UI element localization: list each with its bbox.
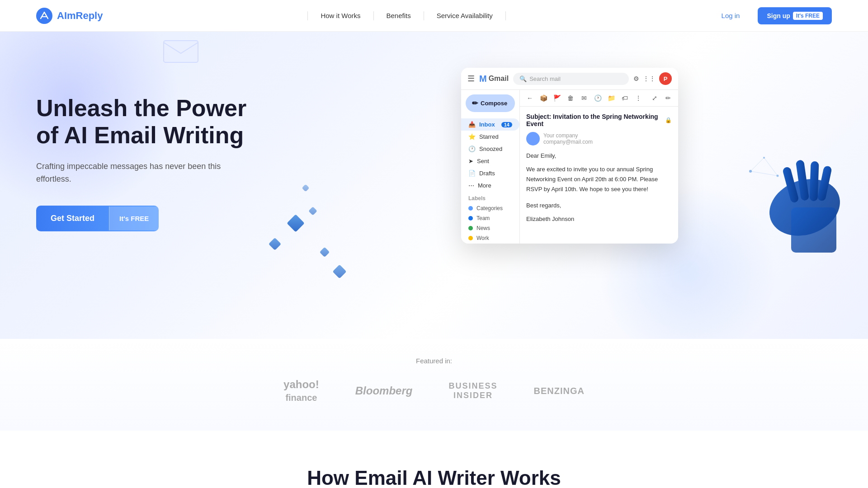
signup-label: Sign up [767,12,790,19]
gmail-grid-icon[interactable]: ⋮⋮ [643,75,656,82]
yahoo-finance-logo: yahoo! finance [283,378,319,404]
label-dot-news [468,226,473,230]
nav-separator-4 [505,11,506,20]
nav-separator-3 [424,11,424,20]
gmail-search-bar[interactable]: 🔍 Search mail [513,73,629,85]
email-signer-name: Elizabeth Johnson [526,214,672,224]
gmail-settings-icon[interactable]: ⚙ [633,75,639,82]
svg-line-12 [764,158,778,176]
gmail-sidebar: ✏ Compose 📥 Inbox 14 ⭐ Starred 🕐 Sno [461,90,520,244]
expand-icon[interactable]: ⤢ [649,93,660,103]
diamond-2 [269,238,281,250]
hero-left: Unleash the Power of AI Email Writing Cr… [36,59,307,231]
sidebar-inbox[interactable]: 📥 Inbox 14 [461,118,519,131]
from-avatar [526,132,540,145]
sidebar-snoozed[interactable]: 🕐 Snoozed [461,143,519,155]
get-started-button[interactable]: Get Started It's FREE [36,206,159,231]
brand-name: AImReply [57,10,103,22]
move-icon[interactable]: 📁 [606,93,617,103]
snoozed-icon: 🕐 [468,145,476,152]
nav-links: How it Works Benefits Service Availabili… [304,8,509,23]
diamond-3 [320,247,330,258]
archive-icon[interactable]: 📦 [538,93,549,103]
sidebar-sent[interactable]: ➤ Sent [461,155,519,167]
more-vert-icon[interactable]: ⋮ [633,93,644,103]
nav-service-availability[interactable]: Service Availability [428,8,502,23]
email-body: Dear Emily, We are excited to invite you… [526,151,672,225]
ai-hand-illustration [660,81,850,253]
report-icon[interactable]: 🚩 [552,93,562,103]
hero-right: ☰ M Gmail 🔍 Search mail ⚙ ⋮⋮ P [307,59,832,244]
svg-point-2 [761,169,848,245]
back-icon[interactable]: ← [524,93,535,103]
labels-title: Labels [461,192,519,203]
email-lock-icon: 🔒 [665,117,672,123]
svg-point-10 [777,175,779,177]
clock-icon[interactable]: 🕐 [592,93,603,103]
nav-actions: Log in Sign up It's FREE [711,7,832,24]
logo[interactable]: AImReply [36,8,103,24]
logo-icon [36,8,52,24]
svg-point-8 [749,170,752,173]
gmail-menu-icon[interactable]: ☰ [467,74,475,84]
svg-line-13 [750,171,778,176]
delete-icon[interactable]: 🗑 [565,93,576,103]
email-body-text: We are excited to invite you to our annu… [526,164,672,194]
cta-main-label: Get Started [36,206,109,231]
login-button[interactable]: Log in [711,8,751,23]
gmail-avatar[interactable]: P [659,72,672,85]
email-greeting: Dear Emily, [526,151,672,161]
inbox-icon: 📥 [468,121,476,128]
featured-section: Featured in: yahoo! finance Bloomberg BU… [0,339,868,431]
email-view: Subject: Invitation to the Spring Networ… [520,107,678,244]
email-sign-off: Best regards, [526,201,672,211]
label-dot-work [468,236,473,240]
inbox-badge: 14 [501,122,512,127]
label-categories[interactable]: Categories [461,203,519,213]
cta-free-label: It's FREE [109,206,159,230]
label-team[interactable]: Team [461,213,519,223]
compose-icon: ✏ [472,99,478,108]
compose-new-icon[interactable]: ✏ [663,93,674,103]
signup-button[interactable]: Sign up It's FREE [758,7,832,24]
drafts-icon: 📄 [468,170,476,177]
sidebar-drafts[interactable]: 📄 Drafts [461,167,519,179]
sidebar-starred[interactable]: ⭐ Starred [461,131,519,143]
hero-subtitle: Crafting impeccable messages has never b… [36,160,226,186]
svg-rect-5 [809,161,819,202]
inbox-label: Inbox [479,121,495,128]
snoozed-label: Snoozed [479,145,502,152]
compose-button[interactable]: ✏ Compose [466,94,515,112]
from-company: Your company [543,132,593,139]
sent-icon: ➤ [468,158,473,164]
insider-text: INSIDER [453,391,493,400]
svg-rect-7 [791,207,836,253]
label-categories-text: Categories [476,205,503,211]
nav-how-it-works[interactable]: How it Works [311,8,369,23]
svg-rect-3 [782,166,799,203]
compose-label: Compose [481,100,507,107]
gmail-search-placeholder: Search mail [529,75,561,82]
gmail-m-icon: M [479,74,487,84]
starred-icon: ⭐ [468,133,476,140]
bloomberg-logo: Bloomberg [355,385,413,397]
sidebar-more[interactable]: ⋯ More [461,179,519,192]
label-work[interactable]: Work [461,233,519,243]
nav-benefits[interactable]: Benefits [377,8,420,23]
label-personal[interactable]: Personal [461,243,519,244]
label-dot-team [468,216,473,221]
email-subject-text: Subject: Invitation to the Spring Networ… [526,113,662,127]
hero-section: Unleash the Power of AI Email Writing Cr… [0,32,868,339]
business-insider-logo: BUSINESS INSIDER [448,381,497,400]
nav-separator-2 [373,11,374,20]
tag-icon[interactable]: 🏷 [619,93,630,103]
label-news[interactable]: News [461,223,519,233]
benzinga-logo: BENZINGA [533,386,584,396]
gmail-mockup: ☰ M Gmail 🔍 Search mail ⚙ ⋮⋮ P [461,68,678,244]
featured-label: Featured in: [36,357,832,365]
svg-rect-6 [817,165,832,202]
gmail-logo-text: Gmail [489,75,509,83]
email-icon[interactable]: ✉ [579,93,590,103]
label-news-text: News [476,225,490,231]
gmail-topbar: ☰ M Gmail 🔍 Search mail ⚙ ⋮⋮ P [461,68,678,90]
